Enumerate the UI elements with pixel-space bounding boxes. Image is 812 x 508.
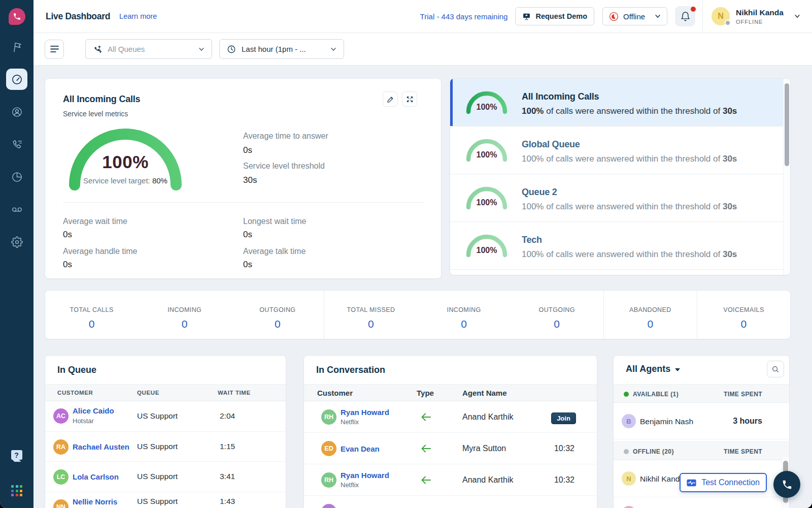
queue-item-global-queue[interactable]: 100% Global Queue 100% of calls were ans… [450,126,790,174]
presence-dropdown[interactable]: Offline [602,7,667,25]
request-demo-label: Request Demo [535,12,587,20]
customer-name-link[interactable]: Lola Carlson [73,472,119,481]
notification-badge [691,7,696,12]
chevron-down-icon [794,13,800,19]
queue-item-title: Tech [522,235,542,245]
in-queue-title: In Queue [57,365,96,375]
sidebar-item-reports[interactable] [6,166,27,187]
queue-item-description: 100% of calls were answered within the t… [522,202,737,212]
sidebar-item-voicemail[interactable] [6,199,27,220]
app-switcher-icon[interactable] [11,485,22,496]
metric-label: Average talk time [243,247,306,256]
agents-filter-dropdown[interactable]: All Agents [626,364,680,374]
sidebar-item-dashboard[interactable] [6,69,27,90]
time-filter-dropdown[interactable]: Last hour (1pm - ... [219,39,344,59]
queue-item-description: 100% of calls were answered within the t… [522,106,737,116]
expand-widget-button[interactable] [402,91,417,107]
notifications-button[interactable] [675,6,695,26]
customer-name-link[interactable]: Evan Dean [341,444,380,453]
test-connection-label: Test Connection [701,478,760,487]
column-header: Type [417,389,434,397]
top-header: Live Dashboard Learn more Trial - 443 da… [33,0,812,33]
queues-filter-dropdown[interactable]: All Queues [85,39,212,59]
customer-avatar: RA [53,439,69,455]
learn-more-link[interactable]: Learn more [119,12,157,20]
sidebar-item-contacts[interactable] [6,101,27,122]
queue-item-tech[interactable]: 100% Tech 100% of calls were answered wi… [450,222,790,270]
queues-scrollbar-track[interactable] [783,79,790,275]
offline-status-dot [624,449,629,454]
connection-test-icon [687,479,696,487]
customer-name-link[interactable]: Rachael Austen [73,442,129,451]
search-agents-button[interactable] [767,361,784,377]
in-queue-row[interactable]: NN Nellie Norris US Support 1:43 [45,492,286,508]
queue-item-all-incoming-calls[interactable]: 100% All Incoming Calls 100% of calls we… [450,79,790,126]
in-conversation-row[interactable] [304,496,597,508]
in-queue-row[interactable]: LC Lola Carlson US Support 3:41 [45,462,286,492]
widgets-menu-button[interactable] [45,40,64,59]
sidebar-item-onboarding[interactable] [6,36,27,57]
customer-name-link[interactable]: Ryan Howard [341,408,389,417]
trial-banner[interactable]: Trial - 443 days remaining [420,12,508,21]
agent-name-cell: Anand Karthik [462,475,514,485]
queue-item-queue-2[interactable]: 100% Queue 2 100% of calls were answered… [450,174,790,222]
column-header: WAIT TIME [218,390,251,396]
call-stats-card: TOTAL CALLS0 INCOMING0 OUTGOING0 TOTAL M… [45,290,791,339]
sidebar: ? [0,0,33,508]
in-queue-row[interactable]: AC Alice Caido Hotstar US Support 2:04 [45,401,286,432]
column-header: CUSTOMER [57,390,93,396]
queues-service-level-panel: 100% All Incoming Calls 100% of calls we… [450,78,791,275]
dialer-fab[interactable] [773,471,800,498]
agent-name: Benjamin Nash [640,417,693,426]
in-conversation-row[interactable]: RH Ryan Howard Netflix Anand Karthik 10:… [304,464,597,496]
sidebar-item-call-metrics[interactable] [6,134,27,155]
customer-avatar: LC [53,469,69,485]
freshcaller-logo[interactable] [9,8,25,25]
available-status-dot [624,392,629,397]
queue-gauge-value: 100% [462,246,511,255]
phone-icon [782,479,793,490]
queue-item-description: 100% of calls were answered within the t… [522,249,737,260]
edit-widget-button[interactable] [383,91,398,107]
queue-item-title: Global Queue [522,139,580,150]
queues-filter-value: All Queues [108,45,145,53]
bell-icon [680,11,691,22]
caret-down-icon [675,368,680,371]
metric-value: 0s [63,260,72,270]
agent-name-cell: Anand Karthik [462,412,514,422]
in-conversation-row[interactable]: RH Ryan Howard Netflix Anand Karthik Joi… [304,401,597,433]
stat-missed-outgoing: OUTGOING0 [511,291,604,339]
card-divider [63,202,424,203]
customer-name-link[interactable]: Nellie Norris [73,497,117,506]
column-header: Agent Name [462,389,507,397]
in-conversation-title: In Conversation [316,365,385,375]
stat-incoming: INCOMING0 [138,291,231,339]
in-conversation-card: In Conversation Customer Type Agent Name… [303,355,597,508]
user-menu[interactable]: N Nikhil Kanda OFFLINE [703,7,812,25]
agents-section-offline: OFFLINE (20) TIME SPENT [614,441,789,460]
in-conversation-row[interactable]: ED Evan Dean Myra Sutton 10:32 [304,433,597,464]
customer-name-link[interactable]: Ryan Howard [341,471,389,480]
agent-row[interactable]: B Benjamin Nash 3 hours [614,403,789,439]
request-demo-button[interactable]: Request Demo [515,7,594,25]
help-button[interactable]: ? [10,450,23,462]
user-status-label: OFFLINE [736,19,794,25]
test-connection-button[interactable]: Test Connection [680,473,767,492]
metric-value: 30s [243,175,257,185]
service-level-card-title: All Incoming Calls [63,94,140,105]
call-duration-cell: 10:32 [554,444,574,453]
contacts-icon [11,106,23,118]
sidebar-item-settings[interactable] [6,231,27,252]
queues-scrollbar-thumb[interactable] [785,83,789,166]
menu-icon [50,44,59,54]
queue-filter-icon [93,45,102,54]
customer-name-link[interactable]: Alice Caido [73,406,114,415]
incoming-arrow-icon [420,443,431,454]
service-level-target: Service level target: 80% [54,176,196,185]
agent-row[interactable] [614,497,789,508]
wait-time-cell: 3:41 [220,472,235,481]
in-queue-row[interactable]: RA Rachael Austen US Support 1:15 [45,432,286,462]
join-call-button[interactable]: Join [551,412,576,424]
main-area: Live Dashboard Learn more Trial - 443 da… [33,0,812,508]
filters-toolbar: All Queues Last hour (1pm - ... [33,33,812,66]
